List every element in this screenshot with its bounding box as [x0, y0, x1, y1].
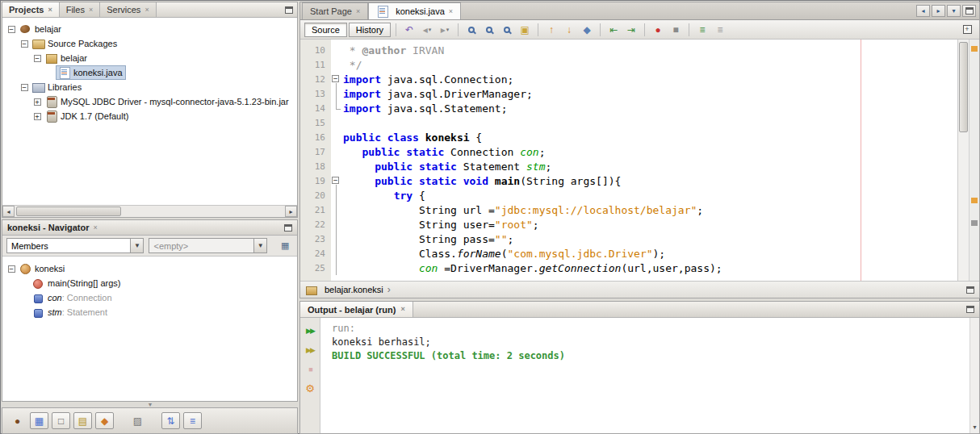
collapse-toggle-icon[interactable]: −	[8, 265, 15, 273]
scroll-tabs-right-icon[interactable]: ▸	[932, 5, 945, 17]
expand-toggle-icon[interactable]: +	[34, 98, 41, 106]
close-icon[interactable]: ×	[356, 8, 360, 15]
show-inherited-members-icon[interactable]: ●	[8, 412, 27, 429]
close-icon[interactable]: ×	[144, 6, 149, 14]
minimize-output-icon[interactable]	[966, 306, 974, 313]
code-line[interactable]: 22 String user="root";	[300, 217, 979, 232]
collapse-toggle-icon[interactable]: −	[8, 26, 15, 33]
scroll-thumb[interactable]	[16, 207, 121, 216]
project-tree-row[interactable]: koneksi.java	[2, 65, 297, 80]
stripe-mark[interactable]	[971, 198, 978, 203]
back-icon[interactable]: ◂▾	[419, 22, 435, 38]
code-line[interactable]: 11 */	[300, 57, 979, 72]
code-line[interactable]: 18 public static Statement stm;	[300, 159, 979, 173]
editor-vertical-scrollbar[interactable]	[957, 40, 969, 281]
show-fields-icon[interactable]: ▦	[30, 412, 48, 429]
project-tree-row[interactable]: +MySQL JDBC Driver - mysql-connector-jav…	[2, 94, 297, 109]
show-constructors-icon[interactable]: □	[52, 412, 70, 429]
project-tree-row[interactable]: −Source Packages	[2, 36, 297, 51]
project-tree[interactable]: −belajar−Source Packages−belajarkoneksi.…	[2, 18, 297, 205]
stop-macro-recording-icon[interactable]: ■	[668, 22, 684, 38]
history-view-button[interactable]: History	[349, 23, 391, 37]
stripe-mark[interactable]	[971, 46, 978, 52]
project-tree-row[interactable]: −belajar	[2, 51, 297, 65]
collapse-toggle-icon[interactable]: −	[21, 40, 28, 48]
output-console[interactable]: run:koneksi berhasil;BUILD SUCCESSFUL (t…	[320, 318, 979, 433]
code-line[interactable]: 15	[300, 115, 979, 130]
navigator-tree-row[interactable]: main(String[] args)	[2, 276, 297, 290]
close-icon[interactable]: ×	[89, 6, 93, 14]
code-line[interactable]: 21 String url ="jdbc:mysql://localhost/b…	[300, 202, 979, 217]
code-line[interactable]: 25 con =DriverManager.getConnection(url,…	[300, 261, 979, 275]
rerun-icon[interactable]: ▶▶	[303, 323, 318, 337]
line-number[interactable]: 22	[300, 219, 331, 230]
code-line[interactable]: 16public class koneksi {	[300, 130, 979, 144]
navigator-tree-row[interactable]: −koneksi	[2, 261, 297, 276]
inherited-filter-combo[interactable]: <empty> ▼	[149, 238, 267, 253]
fold-toggle-icon[interactable]: −	[331, 173, 343, 188]
line-number[interactable]: 21	[300, 205, 331, 215]
code-lines[interactable]: 10 * @author IRVAN11 */12−import java.sq…	[300, 43, 979, 275]
tab-list-icon[interactable]: ▾	[947, 5, 961, 17]
find-next-icon[interactable]	[499, 22, 515, 38]
tab-files[interactable]: Files×	[60, 2, 101, 17]
line-number[interactable]: 18	[300, 161, 331, 172]
start-macro-recording-icon[interactable]: ●	[650, 22, 666, 38]
close-navigator-icon[interactable]: ×	[93, 224, 97, 232]
collapse-fold-icon[interactable]: −	[332, 75, 339, 82]
navigator-tree-row[interactable]: con : Connection	[2, 290, 297, 305]
find-previous-icon[interactable]	[481, 22, 497, 38]
chevron-down-icon[interactable]: ▼	[130, 239, 143, 252]
line-number[interactable]: 10	[300, 45, 331, 56]
chevron-down-icon[interactable]: ▼	[253, 239, 266, 252]
line-number[interactable]: 13	[300, 89, 331, 99]
expand-toggle-icon[interactable]: +	[34, 113, 41, 120]
scroll-tabs-left-icon[interactable]: ◂	[916, 5, 930, 17]
stop-build-icon[interactable]: ■	[303, 362, 318, 376]
scroll-right-icon[interactable]: ▸	[285, 206, 297, 217]
close-icon[interactable]: ×	[449, 8, 453, 15]
line-number[interactable]: 23	[300, 234, 331, 244]
previous-bookmark-icon[interactable]: ↑	[543, 22, 559, 38]
line-number[interactable]: 11	[300, 60, 331, 70]
line-number[interactable]: 14	[300, 103, 331, 114]
line-number[interactable]: 17	[300, 147, 331, 157]
collapse-fold-icon[interactable]: −	[332, 177, 339, 184]
tab-services[interactable]: Services×	[100, 2, 156, 17]
projects-horizontal-scrollbar[interactable]: ◂ ▸	[2, 205, 297, 217]
forward-icon[interactable]: ▸▾	[437, 22, 453, 38]
breadcrumb-path[interactable]: belajar.koneksi	[325, 285, 383, 294]
tab-projects[interactable]: Projects×	[2, 2, 60, 17]
next-bookmark-icon[interactable]: ↓	[561, 22, 577, 38]
error-stripe[interactable]	[969, 40, 979, 281]
breadcrumb-menu-icon[interactable]	[966, 286, 974, 294]
navigator-options-icon[interactable]: ▦	[277, 238, 293, 253]
code-line[interactable]: 19− public static void main(String args[…	[300, 173, 979, 188]
scroll-track[interactable]	[15, 206, 285, 217]
editor-tab-start-page[interactable]: Start Page×	[302, 2, 368, 19]
editor-tab-koneksi-java[interactable]: koneksi.java×	[368, 2, 461, 19]
find-selection-icon[interactable]	[463, 22, 480, 38]
scroll-down-icon[interactable]: ▼	[970, 423, 979, 432]
last-edit-location-icon[interactable]: ↶	[401, 22, 417, 38]
sort-by-source-icon[interactable]: ⇅	[161, 412, 180, 429]
show-public-only-icon[interactable]: ◆	[95, 412, 114, 429]
chevron-right-icon[interactable]: ›	[387, 284, 391, 295]
sort-alphabetically-icon[interactable]: ≡	[183, 412, 202, 429]
stripe-mark[interactable]	[971, 220, 978, 226]
navigator-tree-row[interactable]: stm : Statement	[2, 305, 297, 319]
line-number[interactable]: 15	[300, 118, 331, 128]
project-tree-row[interactable]: −belajar	[2, 22, 297, 36]
code-line[interactable]: 23 String pass="";	[300, 232, 979, 246]
code-line[interactable]: 20 try {	[300, 188, 979, 202]
minimize-projects-button[interactable]	[281, 2, 297, 17]
close-output-icon[interactable]: ×	[400, 306, 404, 313]
line-number[interactable]: 12	[300, 74, 331, 85]
scroll-thumb[interactable]	[959, 42, 968, 132]
members-filter-combo[interactable]: Members ▼	[6, 238, 144, 253]
code-line[interactable]: 24 Class.forName("com.mysql.jdbc.Driver"…	[300, 246, 979, 261]
code-line[interactable]: 10 * @author IRVAN	[300, 43, 979, 57]
toggle-bookmark-icon[interactable]: ◆	[579, 22, 595, 38]
code-line[interactable]: 12−import java.sql.Connection;	[300, 72, 979, 86]
line-number[interactable]: 19	[300, 176, 331, 186]
